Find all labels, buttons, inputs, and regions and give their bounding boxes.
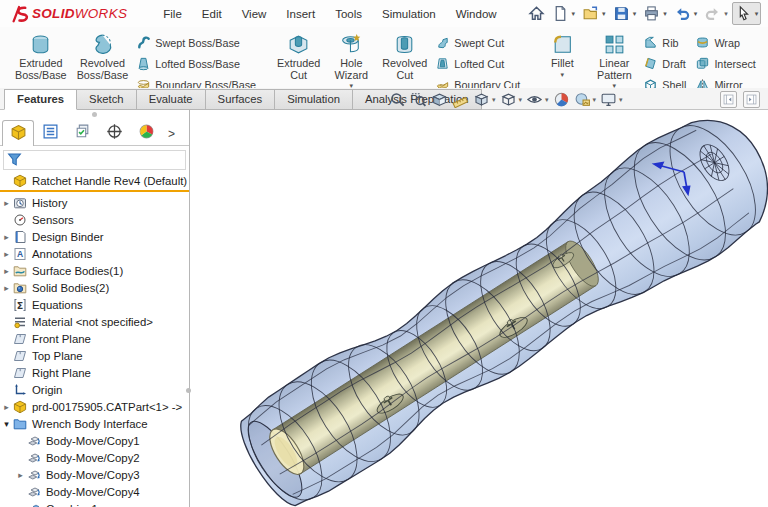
menu-item-simulation[interactable]: Simulation: [372, 4, 446, 24]
fillet-button[interactable]: Fillet▾: [536, 30, 588, 86]
menu-item-insert[interactable]: Insert: [276, 4, 325, 24]
edit-appearance-button[interactable]: [552, 90, 571, 109]
panel-tabs-expand-arrow[interactable]: >: [168, 127, 175, 145]
redo-button[interactable]: ▾: [701, 2, 731, 25]
extruded-cut-button[interactable]: ExtrudedCut: [272, 30, 325, 86]
tree-item-sensors[interactable]: Sensors: [0, 211, 189, 228]
menu-item-edit[interactable]: Edit: [192, 4, 232, 24]
zoom-to-fit-button[interactable]: [388, 90, 407, 109]
tree-item-surface-bodies-1[interactable]: ▸Surface Bodies(1): [0, 262, 189, 279]
panel-splitter-grip[interactable]: [186, 388, 191, 393]
tree-item-front-plane[interactable]: Front Plane: [0, 330, 189, 347]
expand-toggle-icon[interactable]: ▸: [0, 402, 13, 412]
lofted-cut-button[interactable]: Lofted Cut: [432, 53, 526, 74]
view-orientation-button[interactable]: ▾: [472, 90, 497, 109]
dropdown-arrow-icon[interactable]: ▾: [694, 10, 698, 18]
tab-evaluate[interactable]: Evaluate: [137, 89, 206, 110]
menu-item-file[interactable]: File: [153, 4, 192, 24]
save-button[interactable]: ▾: [610, 2, 640, 25]
extruded-boss-base-button[interactable]: ExtrudedBoss/Base: [10, 30, 72, 86]
hole-wizard-button[interactable]: HoleWizard▾: [325, 30, 377, 86]
panel-tab-configuration-manager[interactable]: [66, 119, 98, 145]
rebuild-traffic-light-button[interactable]: [762, 2, 768, 25]
menu-item-window[interactable]: Window: [446, 4, 507, 24]
dropdown-arrow-icon[interactable]: ▾: [602, 10, 606, 18]
graphics-viewport[interactable]: [190, 110, 768, 507]
open-button[interactable]: ▾: [579, 2, 609, 25]
view-settings-button[interactable]: ▾: [599, 90, 624, 109]
revolved-boss-base-button[interactable]: RevolvedBoss/Base: [72, 30, 134, 86]
tree-item-history[interactable]: ▸History: [0, 194, 189, 211]
menu-item-view[interactable]: View: [232, 4, 277, 24]
tree-item-design-binder[interactable]: ▸Design Binder: [0, 228, 189, 245]
section-view-button[interactable]: [430, 90, 449, 109]
swept-boss-base-button[interactable]: Swept Boss/Base: [133, 32, 262, 53]
dropdown-arrow-icon[interactable]: ▾: [619, 96, 623, 104]
dropdown-arrow-icon[interactable]: ▾: [755, 10, 759, 18]
dropdown-arrow-icon[interactable]: ▾: [492, 96, 496, 104]
panel-tab-display-manager[interactable]: [130, 119, 162, 145]
panel-top-splitter-grip[interactable]: [92, 112, 97, 117]
tree-item-body-move-copy3[interactable]: ▸Body-Move/Copy3: [0, 466, 189, 483]
tree-item-solid-bodies-2[interactable]: ▸Solid Bodies(2): [0, 279, 189, 296]
tree-item-wrench-body-interface[interactable]: ▾Wrench Body Interface: [0, 415, 189, 432]
menu-item-tools[interactable]: Tools: [325, 4, 372, 24]
print-button[interactable]: ▾: [640, 2, 670, 25]
home-button[interactable]: [525, 2, 548, 25]
tree-item-origin[interactable]: Origin: [0, 381, 189, 398]
expand-toggle-icon[interactable]: ▾: [0, 419, 13, 429]
lofted-boss-base-button[interactable]: Lofted Boss/Base: [133, 53, 262, 74]
panel-tab-dimxpert-manager[interactable]: [98, 119, 130, 145]
apply-scene-button[interactable]: ▾: [573, 90, 598, 109]
dropdown-arrow-icon[interactable]: ▾: [519, 96, 523, 104]
dropdown-arrow-icon[interactable]: ▾: [545, 96, 549, 104]
tree-item-material-not-specified[interactable]: Material <not specified>: [0, 313, 189, 330]
panel-tab-featuremanager-design-tree[interactable]: [2, 120, 34, 146]
expand-toggle-icon[interactable]: ▸: [0, 198, 13, 208]
dropdown-arrow-icon[interactable]: ▾: [633, 10, 637, 18]
linear-pattern-button[interactable]: LinearPattern▾: [588, 30, 640, 86]
collapse-left-button[interactable]: [720, 91, 737, 108]
tree-item-annotations[interactable]: ▸AAnnotations: [0, 245, 189, 262]
expand-toggle-icon[interactable]: ▸: [0, 232, 13, 242]
undo-button[interactable]: ▾: [671, 2, 701, 25]
tab-simulation[interactable]: Simulation: [275, 89, 353, 110]
expand-toggle-icon[interactable]: ▸: [0, 249, 13, 259]
tab-features[interactable]: Features: [4, 89, 77, 110]
dropdown-arrow-icon[interactable]: ▾: [593, 96, 597, 104]
tree-item-body-move-copy4[interactable]: Body-Move/Copy4: [0, 483, 189, 500]
zoom-to-area-button[interactable]: [409, 90, 428, 109]
tree-item-combine1[interactable]: Combine1: [0, 500, 189, 507]
draft-button[interactable]: Draft: [640, 53, 692, 74]
new-document-button[interactable]: ▾: [549, 2, 579, 25]
select-button[interactable]: ▾: [732, 2, 762, 25]
collapse-right-button[interactable]: [743, 91, 760, 108]
dynamic-annotation-views-button[interactable]: [451, 90, 470, 109]
dropdown-arrow-icon[interactable]: ▾: [572, 10, 576, 18]
tree-root-item[interactable]: Ratchet Handle Rev4 (Default) <<Default: [0, 172, 189, 189]
dropdown-arrow-icon[interactable]: ▾: [724, 10, 728, 18]
hide-show-items-button[interactable]: ▾: [525, 90, 550, 109]
display-style-button[interactable]: ▾: [499, 90, 524, 109]
expand-toggle-icon[interactable]: ▸: [14, 470, 27, 480]
tab-surfaces[interactable]: Surfaces: [206, 89, 276, 110]
revolved-cut-button[interactable]: RevolvedCut: [377, 30, 432, 86]
tree-item-prd-00175905-catpart-1[interactable]: ▸prd-00175905.CATPart<1> ->: [0, 398, 189, 415]
dropdown-arrow-icon[interactable]: ▾: [561, 71, 565, 78]
wrap-button[interactable]: Wrap: [692, 32, 761, 53]
tree-item-body-move-copy2[interactable]: Body-Move/Copy2: [0, 449, 189, 466]
tree-item-body-move-copy1[interactable]: Body-Move/Copy1: [0, 432, 189, 449]
tree-item-equations[interactable]: ΣEquations: [0, 296, 189, 313]
ratchet-handle-3d-model[interactable]: [190, 110, 768, 507]
swept-cut-button[interactable]: Swept Cut: [432, 32, 526, 53]
expand-toggle-icon[interactable]: ▸: [0, 283, 13, 293]
tree-filter-input[interactable]: [3, 150, 186, 170]
tree-item-right-plane[interactable]: Right Plane: [0, 364, 189, 381]
intersect-button[interactable]: Intersect: [692, 53, 761, 74]
panel-tab-property-manager[interactable]: [34, 119, 66, 145]
expand-toggle-icon[interactable]: ▸: [0, 266, 13, 276]
tab-sketch[interactable]: Sketch: [77, 89, 137, 110]
tree-item-top-plane[interactable]: Top Plane: [0, 347, 189, 364]
dropdown-arrow-icon[interactable]: ▾: [663, 10, 667, 18]
rib-button[interactable]: Rib: [640, 32, 692, 53]
